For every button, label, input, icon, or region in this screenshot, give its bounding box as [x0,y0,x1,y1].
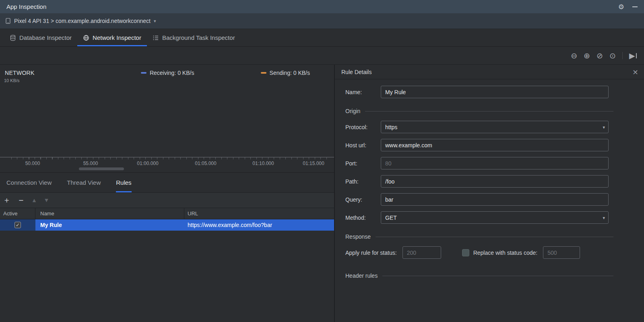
rule-details-title: Rule Details [341,69,632,75]
response-section: Response [345,233,609,240]
move-rule-down-button[interactable]: ▼ [45,198,48,202]
settings-gear-icon[interactable]: ⚙ [618,3,624,11]
tab-connection-view[interactable]: Connection View [6,173,52,192]
replace-status-field[interactable] [543,246,580,259]
tab-label: Thread View [67,179,101,186]
axis-ticks [11,157,330,159]
replace-status-checkbox[interactable] [462,249,469,256]
rules-table-empty-area [0,231,334,322]
tick-label: 01:15.000 [303,161,324,166]
tab-database-inspector[interactable]: Database Inspector [4,29,77,46]
rule-url-cell[interactable]: https://www.example.com/foo?bar [184,219,334,231]
view-tabbar: Connection View Thread View Rules [0,173,334,193]
move-rule-up-button[interactable]: ▲ [33,198,36,202]
tab-network-inspector[interactable]: Network Inspector [77,29,147,46]
tick-label: 50.000 [25,161,40,166]
jump-to-live-icon[interactable]: ▶ [629,52,637,60]
process-selector-bar[interactable]: Pixel 4 API 31 > com.example.android.net… [0,13,644,29]
column-header-name[interactable]: Name [35,208,184,219]
host-field[interactable] [381,139,609,151]
host-row: Host url: [345,139,609,151]
protocol-dropdown[interactable]: ▾ [381,121,609,133]
response-section-label: Response [345,233,371,240]
name-label: Name: [345,89,381,95]
tab-rules[interactable]: Rules [116,173,131,192]
origin-section: Origin [345,108,609,114]
window-title: App Inspection [6,3,46,10]
device-icon [5,18,11,24]
column-header-active[interactable]: Active [0,208,35,219]
rule-name-cell[interactable]: My Rule [35,219,184,231]
tick-label: 01:00.000 [137,161,158,166]
tick-label: 01:10.000 [252,161,274,166]
network-panel: NETWORK Receiving: 0 KB/s Sending: 0 KB/… [0,65,335,322]
rule-active-cell[interactable]: ✓ [0,219,35,231]
query-field[interactable] [381,193,609,206]
header-rules-section-line [382,276,613,276]
zoom-in-icon[interactable]: ⊕ [584,52,590,60]
process-selection-label: Pixel 4 API 31 > com.example.android.net… [14,18,151,24]
method-label: Method: [345,215,381,221]
reset-zoom-icon[interactable]: ⊘ [597,52,603,60]
rule-details-header: Rule Details × [335,65,644,79]
timeline-scrollbar[interactable] [0,167,334,171]
rules-table-header: Active Name URL [0,208,334,219]
tab-label: Connection View [6,179,52,186]
table-row[interactable]: ✓ My Rule https://www.example.com/foo?ba… [0,219,334,231]
query-label: Query: [345,196,381,203]
query-row: Query: [345,193,609,206]
method-row: Method: ▾ [345,211,609,224]
apply-status-field[interactable] [402,246,441,259]
legend-sending: Sending: 0 KB/s [261,70,310,76]
tab-label: Rules [116,179,131,186]
port-field[interactable] [381,157,609,169]
replace-status-label: Replace with status code: [473,250,538,256]
method-dropdown[interactable]: ▾ [381,211,609,224]
protocol-row: Protocol: ▾ [345,121,609,133]
protocol-label: Protocol: [345,124,381,130]
zoom-out-icon[interactable]: ⊖ [571,52,577,60]
apply-status-label: Apply rule for status: [345,250,397,256]
name-field[interactable] [381,86,609,98]
origin-section-line [365,111,613,111]
protocol-value[interactable] [381,121,609,133]
sending-swatch-icon [261,72,266,74]
tab-thread-view[interactable]: Thread View [67,173,101,192]
remove-rule-button[interactable]: − [18,197,23,204]
tick-label: 55.000 [83,161,98,166]
minimize-icon[interactable] [632,6,638,7]
chart-header: NETWORK Receiving: 0 KB/s Sending: 0 KB/… [0,65,334,76]
path-field[interactable] [381,175,609,188]
rule-active-checkbox[interactable]: ✓ [14,222,21,228]
zoom-to-selection-icon[interactable]: ⊙ [609,52,616,60]
rules-toolbar: + − ▲ ▼ [0,193,334,208]
network-chart[interactable]: NETWORK Receiving: 0 KB/s Sending: 0 KB/… [0,65,334,173]
globe-icon [83,35,89,41]
rule-details-panel: Rule Details × Name: Origin Protocol: ▾ … [335,65,644,322]
y-axis-label: 10 KB/s [4,78,20,83]
column-header-url[interactable]: URL [184,208,334,219]
toolbar-divider [622,52,623,59]
add-rule-button[interactable]: + [4,197,9,204]
tab-label: Background Task Inspector [162,34,235,41]
header-rules-section-label: Header rules [345,272,378,279]
window-titlebar: App Inspection ⚙ [0,0,644,13]
receiving-swatch-icon [141,72,147,74]
tab-background-task-inspector[interactable]: Background Task Inspector [147,29,241,46]
port-label: Port: [345,160,381,167]
scrollbar-thumb[interactable] [79,167,124,170]
timeline-toolbar: ⊖ ⊕ ⊘ ⊙ ▶ [0,47,644,65]
response-section-line [376,237,613,237]
port-row: Port: [345,157,609,169]
tab-label: Database Inspector [19,34,72,41]
method-value[interactable] [381,211,609,224]
path-row: Path: [345,175,609,188]
task-list-icon [153,35,159,41]
header-rules-section: Header rules [345,272,609,279]
close-icon[interactable]: × [632,68,638,76]
rule-details-form: Name: Origin Protocol: ▾ Host url: Port: [335,79,644,322]
legend-sending-label: Sending: 0 KB/s [270,70,310,76]
inspector-tabbar: Database Inspector Network Inspector Bac… [0,29,644,47]
timeline-axis: 50.000 55.000 01:00.000 01:05.000 01:10.… [0,157,334,167]
tick-label: 01:05.000 [195,161,216,166]
